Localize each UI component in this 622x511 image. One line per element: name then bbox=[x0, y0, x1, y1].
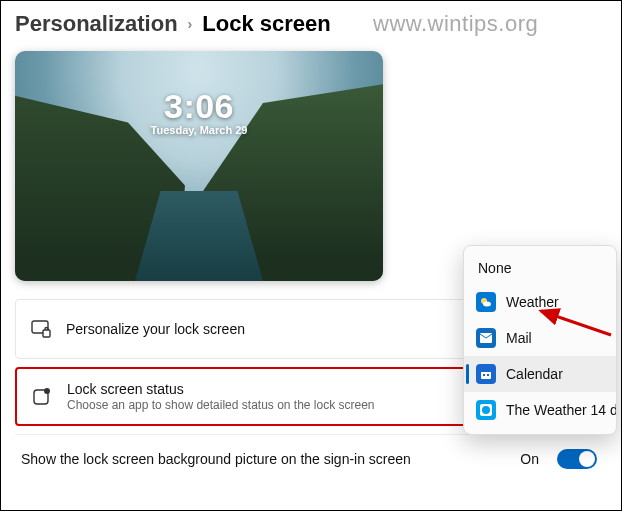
preview-date: Tuesday, March 29 bbox=[15, 124, 383, 136]
flyout-item-label: Mail bbox=[506, 330, 532, 346]
flyout-item-label: Weather bbox=[506, 294, 559, 310]
weather14-icon bbox=[476, 400, 496, 420]
status-app-icon bbox=[31, 387, 53, 407]
flyout-item-weather[interactable]: Weather bbox=[464, 284, 616, 320]
svg-rect-9 bbox=[483, 374, 485, 376]
lock-screen-preview: 3:06 Tuesday, March 29 bbox=[15, 51, 383, 281]
chevron-right-icon: › bbox=[188, 16, 193, 32]
picture-lock-icon bbox=[30, 320, 52, 338]
flyout-item-label: Calendar bbox=[506, 366, 563, 382]
breadcrumb-current: Lock screen bbox=[202, 11, 330, 37]
breadcrumb: Personalization › Lock screen bbox=[1, 1, 621, 37]
flyout-item-label: The Weather 14 day bbox=[506, 402, 617, 418]
breadcrumb-parent[interactable]: Personalization bbox=[15, 11, 178, 37]
calendar-icon bbox=[476, 364, 496, 384]
toggle-state-label: On bbox=[520, 451, 539, 467]
svg-point-12 bbox=[482, 406, 490, 414]
flyout-item-weather14[interactable]: The Weather 14 day bbox=[464, 392, 616, 428]
svg-point-5 bbox=[483, 302, 491, 307]
flyout-item-none[interactable]: None bbox=[464, 252, 616, 284]
svg-rect-1 bbox=[43, 330, 50, 337]
svg-rect-10 bbox=[487, 374, 489, 376]
status-app-flyout: None Weather Mail Calendar The Weather 1… bbox=[463, 245, 617, 435]
signin-toggle[interactable] bbox=[557, 449, 597, 469]
signin-label: Show the lock screen background picture … bbox=[21, 451, 506, 467]
mail-icon bbox=[476, 328, 496, 348]
flyout-item-calendar[interactable]: Calendar bbox=[464, 356, 616, 392]
preview-clock: 3:06 bbox=[15, 87, 383, 126]
svg-rect-8 bbox=[481, 370, 491, 372]
svg-point-3 bbox=[44, 388, 50, 394]
weather-icon bbox=[476, 292, 496, 312]
flyout-item-mail[interactable]: Mail bbox=[464, 320, 616, 356]
row-signin-picture: Show the lock screen background picture … bbox=[15, 434, 607, 483]
